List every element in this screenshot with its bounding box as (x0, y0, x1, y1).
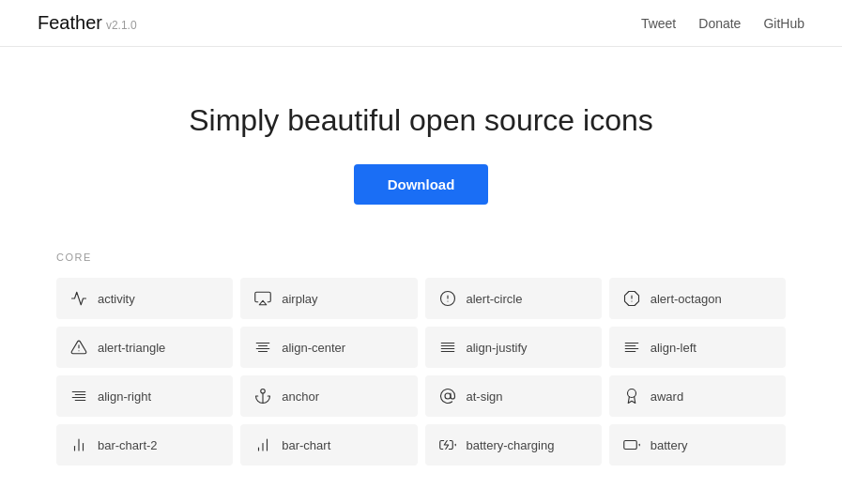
icon-item-activity[interactable]: activity (56, 278, 233, 319)
icons-section: CORE activity airplay alert-circle (0, 252, 842, 503)
bar-chart-2-icon (69, 435, 88, 454)
align-center-icon (253, 338, 272, 357)
align-right-icon (69, 387, 88, 405)
icon-name-award: award (651, 389, 683, 404)
at-sign-icon (438, 387, 457, 405)
icon-name-airplay: airplay (282, 292, 317, 306)
icon-item-align-right[interactable]: align-right (56, 375, 233, 417)
svg-point-28 (627, 389, 635, 398)
activity-icon (69, 289, 88, 308)
award-icon (622, 387, 641, 405)
icon-item-alert-octagon[interactable]: alert-octagon (609, 278, 786, 319)
alert-octagon-icon (622, 289, 641, 308)
svg-rect-36 (624, 441, 637, 450)
align-justify-icon (438, 338, 457, 357)
icon-item-anchor[interactable]: anchor (240, 375, 417, 417)
icon-name-align-right: align-right (98, 389, 151, 404)
align-left-icon (622, 338, 641, 357)
icon-item-battery[interactable]: battery (609, 424, 786, 466)
icon-item-bar-chart[interactable]: bar-chart (240, 424, 417, 466)
icon-name-alert-triangle: alert-triangle (98, 341, 165, 355)
icon-item-align-center[interactable]: align-center (240, 327, 417, 368)
icon-item-align-justify[interactable]: align-justify (425, 327, 602, 368)
svg-point-27 (445, 393, 451, 399)
battery-charging-icon (438, 435, 457, 454)
icon-name-bar-chart-2: bar-chart-2 (98, 438, 158, 452)
icon-name-alert-circle: alert-circle (467, 292, 523, 306)
icon-item-at-sign[interactable]: at-sign (425, 375, 602, 417)
icons-grid: activity airplay alert-circle alert-octa… (56, 278, 786, 466)
alert-circle-icon (438, 289, 457, 308)
nav-donate[interactable]: Donate (698, 16, 741, 31)
icon-name-battery: battery (651, 438, 688, 452)
icon-item-align-left[interactable]: align-left (609, 327, 786, 368)
logo: Feather v2.1.0 (38, 12, 137, 34)
icon-name-anchor: anchor (282, 389, 319, 404)
icon-item-alert-circle[interactable]: alert-circle (425, 278, 602, 319)
icon-name-bar-chart: bar-chart (282, 438, 330, 452)
icon-name-battery-charging: battery-charging (467, 438, 555, 452)
logo-text: Feather (38, 12, 102, 34)
icon-name-alert-octagon: alert-octagon (651, 292, 722, 306)
svg-point-25 (261, 389, 266, 394)
download-button[interactable]: Download (354, 164, 489, 205)
svg-marker-0 (260, 300, 268, 305)
icon-name-align-justify: align-justify (467, 341, 528, 355)
icon-item-alert-triangle[interactable]: alert-triangle (56, 327, 233, 368)
hero-tagline: Simply beautiful open source icons (19, 103, 823, 138)
battery-icon (622, 435, 641, 454)
nav-tweet[interactable]: Tweet (641, 16, 676, 31)
section-label: CORE (56, 252, 786, 263)
icon-name-at-sign: at-sign (467, 389, 503, 404)
airplay-icon (253, 289, 272, 308)
icon-item-battery-charging[interactable]: battery-charging (425, 424, 602, 466)
nav-github[interactable]: GitHub (763, 16, 804, 31)
icon-name-activity: activity (98, 292, 135, 306)
main-nav: Tweet Donate GitHub (641, 16, 804, 31)
icon-name-align-center: align-center (282, 341, 345, 355)
alert-triangle-icon (69, 338, 88, 357)
icon-item-award[interactable]: award (609, 375, 786, 417)
hero-section: Simply beautiful open source icons Downl… (0, 47, 842, 252)
anchor-icon (253, 387, 272, 405)
icon-item-bar-chart-2[interactable]: bar-chart-2 (56, 424, 233, 466)
icon-item-airplay[interactable]: airplay (240, 278, 417, 319)
icon-name-align-left: align-left (651, 341, 697, 355)
site-header: Feather v2.1.0 Tweet Donate GitHub (0, 0, 842, 47)
bar-chart-icon (253, 435, 272, 454)
logo-version: v2.1.0 (106, 19, 137, 32)
